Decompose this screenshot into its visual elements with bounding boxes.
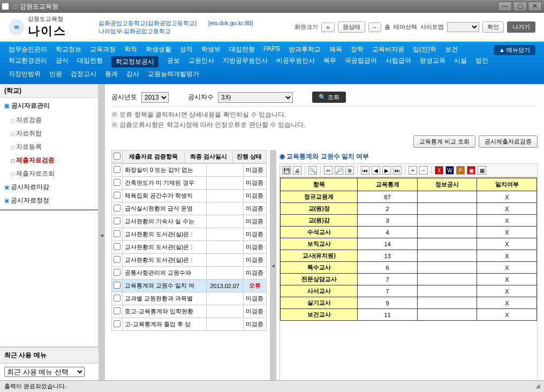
row-checkbox[interactable] [114, 205, 120, 212]
sitemap-link[interactable]: 사이트맵 [420, 23, 444, 31]
confirm-button[interactable]: 확인 [482, 21, 504, 33]
nav-item[interactable]: 학적 [124, 45, 137, 54]
nav-item[interactable]: 체육 [329, 45, 342, 54]
nav-item[interactable]: 사립급여 [386, 56, 411, 67]
more-icon[interactable]: ▦ [478, 166, 486, 175]
table-row[interactable]: 교사현황의 기숙사 실 수는미검증 [112, 215, 267, 228]
recent-menu-select[interactable]: 최근 사용 메뉴 선택 [4, 367, 85, 377]
panel-splitter[interactable]: ◀ [270, 150, 276, 382]
sidebar-item[interactable]: 제출자료검증 [11, 154, 98, 167]
find-icon[interactable]: 🔍 [308, 166, 317, 175]
nav-item[interactable]: 감사 [126, 70, 139, 79]
compare-stats-button[interactable]: 교육통계 비교 조회 [413, 135, 475, 148]
exit-button[interactable]: 나가기 [507, 21, 535, 33]
excel-icon[interactable]: X [435, 166, 443, 175]
sidebar-item[interactable]: 자료검증 [11, 114, 98, 127]
table-row[interactable]: 건축면도가 미 기재된 경우미검증 [112, 177, 267, 190]
year-select[interactable]: 2013 [141, 92, 169, 103]
row-checkbox[interactable] [114, 307, 120, 314]
row-checkbox[interactable] [114, 166, 120, 173]
sidebar-item[interactable]: 자료취합 [11, 127, 98, 140]
nav-item[interactable]: 대입전형 [229, 45, 255, 54]
magnify-icon[interactable]: ⊕ [345, 166, 354, 175]
table-row[interactable]: 체육집회 공간수가 학생지미검증 [112, 190, 267, 202]
row-checkbox[interactable] [114, 295, 120, 301]
sidebar-item[interactable]: 자료등록 [11, 140, 98, 154]
last-page-icon[interactable]: ⏭ [393, 166, 402, 175]
zoom-in-button[interactable]: + [321, 22, 334, 32]
table-row[interactable]: 교과별 교원현황과 과목별미검증 [112, 292, 267, 305]
nav-item[interactable]: 보건 [445, 45, 458, 54]
home-link[interactable]: 홈 [384, 23, 390, 31]
nav-item[interactable]: 시설 [454, 56, 467, 67]
close-button[interactable]: ✕ [528, 2, 542, 11]
sidebar-item-correct[interactable]: 공시자료정정 [0, 194, 98, 207]
minimize-button[interactable]: — [498, 2, 512, 11]
nav-item[interactable]: 성적 [180, 45, 193, 54]
select-all-checkbox[interactable] [114, 153, 120, 160]
validate-submit-button[interactable]: 공시제출자료검증 [479, 135, 538, 148]
sidebar-item-finalize[interactable]: 공시자료마감 [0, 180, 98, 194]
word-icon[interactable]: W [445, 166, 454, 175]
table-row[interactable]: 교육통계와 교원수 일치 여2013.02.07오류 [112, 280, 267, 292]
nav-item[interactable]: 학교정보 [56, 45, 81, 54]
round-select[interactable]: 3차 [218, 92, 293, 103]
nav-item[interactable]: 학교정보공시 [111, 56, 158, 67]
pdf-icon[interactable]: ▣ [467, 166, 475, 175]
nav-item[interactable]: 학생생활 [146, 45, 171, 54]
table-row[interactable]: 급식실시현황의 급식 운영미검증 [112, 202, 267, 215]
nav-item[interactable]: PAPS [263, 45, 280, 54]
row-checkbox[interactable] [114, 269, 120, 276]
sidebar-group-title[interactable]: 공시자료관리 [0, 98, 98, 114]
nav-item[interactable]: 공보 [167, 56, 180, 67]
row-checkbox[interactable] [114, 243, 120, 250]
ppt-icon[interactable]: P [456, 166, 465, 175]
nav-item[interactable]: 복무 [323, 56, 336, 67]
nav-item[interactable]: 통계 [105, 70, 118, 79]
print-icon[interactable]: 🖨 [293, 166, 301, 175]
nav-item[interactable]: 민원 [49, 70, 62, 79]
table-row[interactable]: 교사현황의 도서관(실)은 :미검증 [112, 254, 267, 267]
nav-item[interactable]: 직장민방위 [9, 70, 41, 79]
table-row[interactable]: 화장실이 0 또는 값이 없는미검증 [112, 164, 267, 177]
nav-item[interactable]: 교원인사 [188, 56, 214, 67]
nav-item[interactable]: 검정고시 [71, 70, 96, 79]
row-checkbox[interactable] [114, 256, 120, 263]
next-page-icon[interactable]: ▶ [382, 166, 391, 175]
table-row[interactable]: 교사현황의 도서관(실)은 :미검증 [112, 241, 267, 254]
zoom-fit-icon[interactable]: ⇔ [324, 166, 333, 175]
nav-item[interactable]: 대입전형 [77, 56, 103, 67]
nav-item[interactable]: 교원능력개발평가 [148, 70, 199, 79]
row-checkbox[interactable] [114, 320, 120, 327]
nav-item[interactable]: 입(진)학 [413, 45, 436, 54]
nav-item[interactable]: 방과후학교 [289, 45, 321, 54]
nav-item[interactable]: 지방공무원인사 [223, 56, 268, 67]
nav-item[interactable]: 학교환경관리 [9, 56, 47, 67]
nav-item[interactable]: 업무승인관리 [9, 45, 47, 54]
search-button[interactable]: 🔍 조회 [312, 92, 346, 103]
row-checkbox[interactable] [114, 192, 120, 199]
nav-item[interactable]: 비공무원인사 [276, 56, 315, 67]
table-row[interactable]: 공통사항관리의 교원수와미검증 [112, 267, 267, 280]
close-menu-button[interactable]: ▲ 메뉴닫기 [494, 45, 535, 55]
add-icon[interactable]: + [409, 166, 417, 175]
sidebar-splitter[interactable]: ◀ [99, 84, 105, 386]
row-checkbox[interactable] [114, 282, 120, 289]
zoom-tool-icon[interactable]: 🔎 [335, 166, 343, 175]
sidebar-item[interactable]: 제출자료조회 [11, 167, 98, 180]
sitemap-select[interactable] [447, 22, 479, 32]
table-row[interactable]: 중고-교육통계와 입학현황미검증 [112, 305, 267, 318]
nav-item[interactable]: 급식 [56, 56, 69, 67]
nav-item[interactable]: 평생교육 [420, 56, 445, 67]
nav-item[interactable]: 법인 [475, 56, 488, 67]
nav-item[interactable]: 교육과정 [90, 45, 116, 54]
row-checkbox[interactable] [114, 230, 120, 237]
remove-icon[interactable]: − [419, 166, 428, 175]
row-checkbox[interactable] [114, 179, 120, 186]
table-row[interactable]: 고-교육통계와 졸업 후 상미검증 [112, 318, 267, 331]
nav-item[interactable]: 학생부 [201, 45, 221, 54]
zoom-reset-button[interactable]: 원상태 [338, 21, 365, 33]
nav-item[interactable]: 교육비지원 [372, 45, 404, 54]
table-row[interactable]: 교사현황의 도서관(실)은 :미검증 [112, 228, 267, 241]
save-icon[interactable]: 💾 [282, 166, 291, 175]
